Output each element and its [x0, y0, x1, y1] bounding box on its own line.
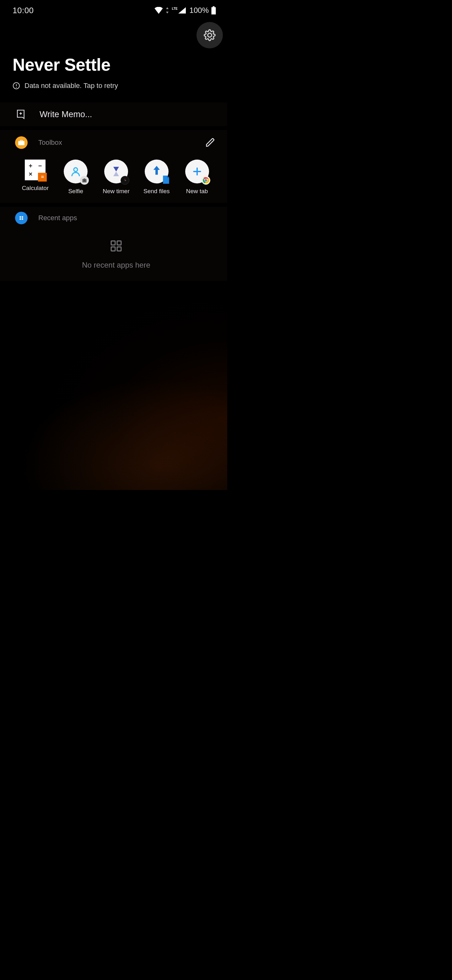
- memo-placeholder: Write Memo...: [40, 110, 92, 119]
- recent-apps-title: Recent apps: [38, 214, 77, 222]
- selfie-icon: [64, 159, 87, 183]
- battery-icon: [211, 6, 216, 14]
- recent-apps-empty: No recent apps here: [15, 240, 217, 269]
- toolbox-item-label: New tab: [186, 188, 208, 195]
- svg-point-7: [74, 168, 78, 172]
- settings-button[interactable]: [197, 22, 223, 48]
- toolbox-title: Toolbox: [38, 138, 62, 147]
- pencil-icon: [205, 138, 215, 148]
- svg-point-19: [19, 218, 21, 220]
- svg-rect-24: [117, 247, 121, 251]
- status-icons: LTE 100%: [154, 6, 216, 15]
- wifi-icon: [154, 7, 163, 14]
- battery-percent: 100%: [190, 6, 209, 15]
- recent-apps-badge-icon: [15, 212, 28, 224]
- data-arrows-icon: [165, 7, 169, 14]
- camera-badge-icon: [82, 178, 87, 183]
- edit-toolbox-button[interactable]: [203, 136, 217, 150]
- toolbox-badge-icon: [15, 136, 28, 149]
- toolbox-item-new-tab[interactable]: New tab: [177, 159, 217, 195]
- new-tab-icon: [185, 159, 209, 183]
- memo-icon: [16, 109, 26, 119]
- recent-apps-header: Recent apps: [15, 212, 217, 224]
- alert-circle-icon: [13, 82, 20, 89]
- file-badge-icon: [163, 176, 169, 184]
- toolbox-item-label: Calculator: [22, 185, 49, 192]
- svg-point-18: [22, 216, 23, 218]
- svg-point-17: [19, 216, 21, 218]
- svg-point-16: [205, 179, 207, 181]
- toolbox-card: Toolbox +−× Calculator Selfie: [0, 130, 227, 203]
- chrome-badge-icon: [203, 177, 209, 184]
- clock-badge-icon: [122, 178, 127, 183]
- svg-rect-0: [213, 6, 215, 7]
- send-files-icon: [145, 159, 168, 183]
- svg-point-4: [16, 87, 17, 88]
- status-bar: 10:00 LTE 100%: [0, 0, 227, 18]
- cellular-icon: [178, 7, 186, 14]
- svg-rect-21: [111, 241, 115, 245]
- retry-text: Data not available. Tap to retry: [24, 82, 118, 90]
- toolbox-item-label: Selfie: [68, 188, 83, 195]
- page-title: Never Settle: [13, 55, 215, 75]
- apps-grid-icon: [110, 240, 122, 252]
- toolbox-item-send-files[interactable]: Send files: [136, 159, 177, 195]
- toolbox-item-new-timer[interactable]: New timer: [96, 159, 136, 195]
- svg-rect-1: [212, 7, 216, 14]
- status-time: 10:00: [13, 6, 34, 15]
- toolbox-item-selfie[interactable]: Selfie: [56, 159, 96, 195]
- recent-apps-empty-text: No recent apps here: [82, 261, 150, 269]
- toolbox-item-label: New timer: [103, 188, 130, 195]
- timer-icon: [104, 159, 128, 183]
- svg-rect-23: [111, 247, 115, 251]
- toolbox-item-calculator[interactable]: +−× Calculator: [15, 159, 56, 195]
- shelf-header: Never Settle Data not available. Tap to …: [0, 18, 227, 99]
- toolbox-header: Toolbox: [15, 136, 217, 150]
- memo-card[interactable]: Write Memo...: [0, 102, 227, 126]
- toolbox-items: +−× Calculator Selfie New timer: [15, 159, 217, 195]
- recent-apps-card: Recent apps No recent apps here: [0, 207, 227, 281]
- svg-point-8: [84, 180, 86, 181]
- calculator-icon: +−×: [25, 159, 46, 180]
- svg-rect-22: [117, 241, 121, 245]
- network-type: LTE: [172, 7, 178, 10]
- toolbox-item-label: Send files: [143, 188, 170, 195]
- gear-icon: [204, 29, 216, 41]
- svg-point-20: [22, 218, 23, 220]
- retry-banner[interactable]: Data not available. Tap to retry: [13, 82, 215, 90]
